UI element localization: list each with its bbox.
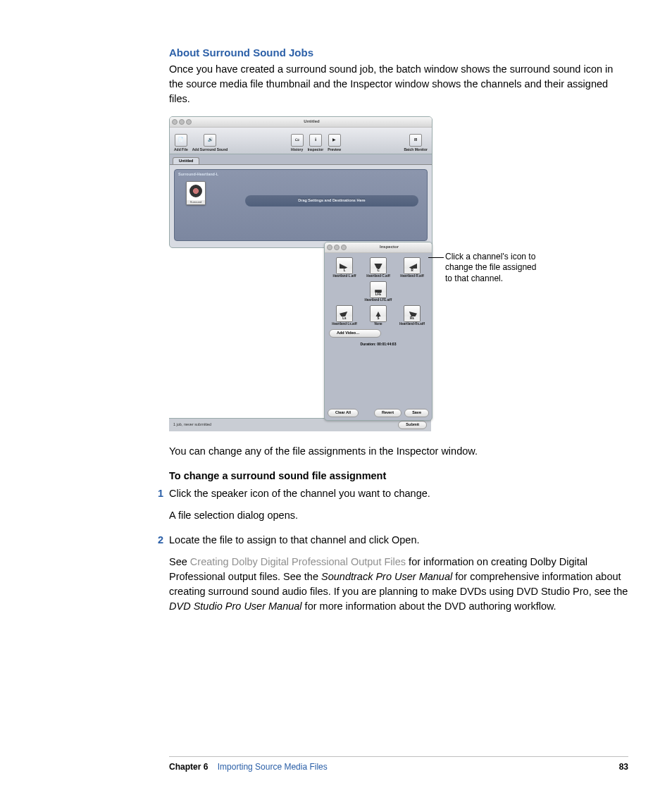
step-number: 2 [158,533,163,548]
add-file-button[interactable]: 📄 Add File [174,134,188,152]
page-footer: Chapter 6 Importing Source Media Files 8… [169,756,628,773]
inspector-button[interactable]: ℹ Inspector [308,134,324,152]
chapter-label: Chapter 6 [169,762,208,772]
zoom-icon[interactable] [186,119,192,125]
channel-S[interactable]: S None [363,305,394,326]
task-heading: To change a surround sound file assignme… [169,469,628,483]
channel-L[interactable]: L Heartland-L.aiff [329,257,360,278]
after-image-text: You can change any of the file assignmen… [169,444,628,459]
channel-C[interactable]: C Heartland-C.aiff [363,257,394,278]
soundtrack-manual-ref: Soundtrack Pro User Manual [321,571,452,582]
lfe-icon: LFE [370,281,387,298]
monitor-icon: 🖥 [409,134,422,147]
speaker-icon: C [370,257,387,274]
speaker-icon: Ls [336,305,353,322]
intro-paragraph: Once you have created a surround sound j… [169,62,628,106]
inspector-window-title: Inspector [347,244,432,250]
speaker-icon: Rs [404,305,421,322]
drawer-icon: 🗂 [291,134,304,147]
closing-paragraph: See Creating Dolby Digital Professional … [169,555,628,614]
thumb-label: Surround [187,200,205,204]
step-2: 2 Locate the file to assign to that chan… [169,533,628,548]
screenshot-region: Untitled 📄 Add File 🔊 Add Surround Sound… [169,116,431,431]
minimize-icon[interactable] [334,245,340,250]
callout-text: Click a channel's icon to change the fil… [445,252,542,285]
batch-titlebar: Untitled [170,117,432,128]
batch-window: Untitled 📄 Add File 🔊 Add Surround Sound… [169,116,433,248]
speaker-icon: S [370,305,387,322]
source-thumbnail[interactable]: Surround [186,181,206,205]
job-region: Surround-Heartland-L Surround Drag Setti… [174,169,428,241]
channel-Ls[interactable]: Ls Heartland-Ls.aiff [329,305,360,326]
step-text: Locate the file to assign to that channe… [169,534,419,546]
add-video-button[interactable]: Add Video… [329,329,381,338]
clear-all-button[interactable]: Clear All [328,409,359,417]
save-button[interactable]: Save [404,409,429,417]
play-icon: ▶ [328,134,341,147]
duration-label: Duration: 00:01:44:03 [329,342,428,347]
surround-icon: 🔊 [204,134,216,147]
batch-tab-untitled[interactable]: Untitled [173,157,199,164]
step-1: 1 Click the speaker icon of the channel … [169,486,628,501]
minimize-icon[interactable] [179,119,185,125]
info-icon: ℹ [309,134,322,147]
step-text: Click the speaker icon of the channel yo… [169,488,430,499]
batch-tabstrip: Untitled [170,154,432,165]
file-icon: 📄 [175,134,187,147]
section-heading: About Surround Sound Jobs [169,45,628,61]
callout-leader-line [428,257,444,258]
page-number: 83 [619,761,628,773]
speaker-icon: R [404,257,421,274]
dvd-manual-ref: DVD Studio Pro User Manual [169,600,302,612]
batch-toolbar: 📄 Add File 🔊 Add Surround Sound 🗂 Histor… [170,128,432,154]
close-icon[interactable] [327,245,332,250]
revert-button[interactable]: Revert [374,409,402,417]
zoom-icon[interactable] [341,245,347,250]
batch-monitor-button[interactable]: 🖥 Batch Monitor [404,134,428,152]
channel-R[interactable]: R Heartland-R.aiff [397,257,428,278]
channel-Rs[interactable]: Rs Heartland-Rs.aiff [397,305,428,326]
step-number: 1 [158,486,163,501]
drag-target[interactable]: Drag Settings and Destinations Here [245,195,418,207]
inspector-titlebar: Inspector [325,242,432,253]
job-name: Surround-Heartland-L [178,172,218,178]
preview-button[interactable]: ▶ Preview [328,134,341,152]
dolby-link[interactable]: Creating Dolby Digital Professional Outp… [190,556,406,567]
add-surround-button[interactable]: 🔊 Add Surround Sound [192,134,228,152]
history-button[interactable]: 🗂 History [291,134,304,152]
inspector-window: Inspector L Heartland-L.aiff C [324,242,433,421]
close-icon[interactable] [172,119,178,125]
chapter-title: Importing Source Media Files [218,762,328,772]
channel-LFE[interactable]: LFE Heartland-LFE.aiff [363,281,394,302]
batch-window-title: Untitled [192,118,432,125]
speaker-icon: L [336,257,353,274]
step-1-sub: A file selection dialog opens. [169,508,628,523]
